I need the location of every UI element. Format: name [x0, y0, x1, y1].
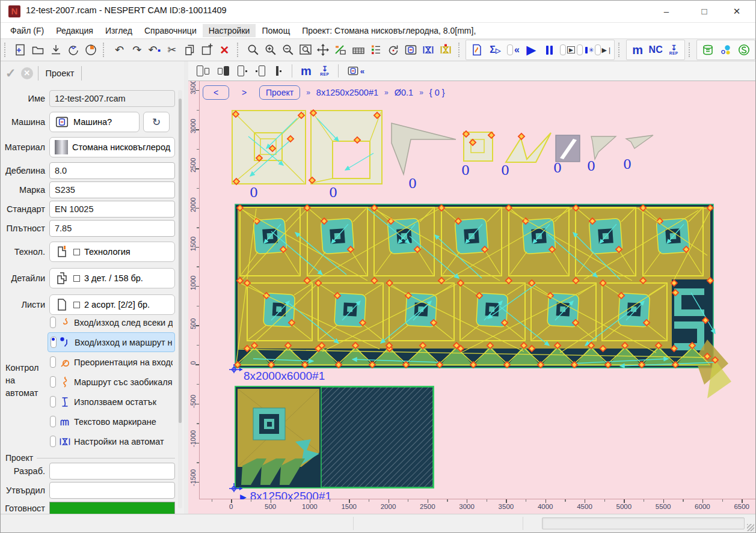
menu-item[interactable]: Изглед: [99, 24, 138, 37]
show-sheet-outline-button[interactable]: [234, 63, 251, 79]
material-button[interactable]: Стомана нисковъглерод: [49, 137, 175, 157]
machine-rewind-button[interactable]: «: [343, 63, 368, 79]
database-button[interactable]: [699, 41, 717, 58]
menu-item[interactable]: Помощ: [256, 24, 296, 37]
zoom-in-button[interactable]: [262, 41, 280, 58]
show-part-filled-button[interactable]: [214, 63, 233, 79]
rep-export-button[interactable]: ↧REP: [665, 41, 683, 58]
cancel-circle-icon[interactable]: ✕: [21, 67, 33, 79]
show-contour-button[interactable]: [270, 63, 287, 79]
play-step-button[interactable]: ▶: [558, 41, 576, 58]
reload-machine-button[interactable]: [64, 41, 82, 58]
material-disc-button[interactable]: [82, 41, 99, 58]
new-project-button[interactable]: [12, 41, 29, 58]
delete-button[interactable]: ✕: [216, 41, 233, 58]
rewind-button[interactable]: «: [504, 41, 522, 58]
toggle-icon[interactable]: [50, 376, 56, 388]
minimize-button[interactable]: –: [653, 1, 680, 22]
machine-refresh-button[interactable]: ↻: [143, 112, 170, 132]
close-button[interactable]: ✕: [723, 1, 751, 22]
toggle-icon[interactable]: [50, 396, 56, 407]
import-button[interactable]: [47, 41, 64, 58]
toolbar-grip[interactable]: [689, 43, 694, 57]
grade-field[interactable]: S235: [49, 181, 175, 198]
layer-colors-button[interactable]: [367, 41, 384, 58]
play-button[interactable]: ▶: [522, 41, 540, 58]
breadcrumb-count[interactable]: { 0 }: [429, 88, 445, 97]
tab-project[interactable]: Проект: [43, 69, 77, 78]
cut-button[interactable]: ✂: [163, 41, 180, 58]
add-sheet-button[interactable]: [198, 41, 216, 58]
toolbar-grip[interactable]: [618, 43, 624, 57]
automat-option[interactable]: Използваем остатък: [48, 392, 175, 412]
undo-button[interactable]: ↶: [111, 41, 128, 58]
copy-parts-button[interactable]: [180, 41, 198, 58]
breadcrumb-project-button[interactable]: Проект: [259, 85, 300, 100]
rep-toggle-button[interactable]: ↧REP: [316, 63, 333, 79]
automat-option[interactable]: Вход/изход и маршрут н: [48, 332, 175, 352]
menu-item[interactable]: Настройки: [203, 24, 256, 37]
apply-check-icon[interactable]: ✓: [5, 66, 16, 81]
nc-program-button[interactable]: [468, 41, 486, 58]
zoom-out-button[interactable]: [280, 41, 297, 58]
toggle-icon[interactable]: [51, 337, 57, 348]
cost-button[interactable]: [735, 41, 753, 58]
technology-button[interactable]: Технология: [49, 242, 175, 262]
density-field[interactable]: 7.85: [49, 220, 175, 237]
sheets-button[interactable]: 2 асорт. [2/2] бр.: [49, 294, 175, 315]
measure-button[interactable]: [332, 41, 349, 58]
drawing-area[interactable]: < > Проект » 8x1250x2500#1 » Ø0.1 » { 0 …: [199, 81, 755, 499]
show-sheet-filled-button[interactable]: [193, 63, 213, 79]
pan-button[interactable]: [315, 41, 332, 58]
maximize-button[interactable]: □: [690, 1, 718, 22]
menu-item[interactable]: Справочници: [138, 24, 203, 37]
redo-button[interactable]: ↷: [128, 41, 146, 58]
toolbar-grip[interactable]: [237, 43, 242, 57]
name-field[interactable]: 12-test-2007.rcam: [49, 90, 175, 107]
toolbar-grip[interactable]: [103, 43, 108, 57]
text-mark-button[interactable]: m: [628, 41, 647, 58]
menu-item[interactable]: Редакция: [50, 24, 99, 37]
breadcrumb-diameter[interactable]: Ø0.1: [395, 88, 413, 97]
text-marking-toggle-button[interactable]: m: [297, 63, 315, 79]
automat-blue-button[interactable]: [419, 41, 437, 58]
toggle-icon[interactable]: [50, 317, 56, 328]
standard-field[interactable]: EN 10025: [49, 201, 175, 218]
toggle-icon[interactable]: [50, 436, 56, 447]
automat-option[interactable]: Преориентация на входо: [48, 352, 175, 372]
panel-scrollbar[interactable]: [178, 90, 182, 508]
approver-field[interactable]: [49, 482, 175, 499]
scrollbar-thumb[interactable]: [179, 99, 182, 423]
show-part-outline-button[interactable]: [252, 63, 269, 79]
machine-view-button[interactable]: [402, 41, 419, 58]
thickness-field[interactable]: 8.0: [49, 162, 175, 179]
rotate-view-button[interactable]: [384, 41, 402, 58]
menu-item[interactable]: Файл (F): [4, 24, 50, 37]
breadcrumb-sheet[interactable]: 8x1250x2500#1: [316, 88, 378, 97]
table-view-button[interactable]: [349, 41, 367, 58]
nav-back-button[interactable]: <: [203, 85, 229, 100]
automat-option[interactable]: Вход/изход след всеки де: [48, 312, 175, 332]
developer-field[interactable]: [49, 463, 175, 480]
resize-grip[interactable]: [747, 524, 754, 531]
automat-option[interactable]: Текстово маркиране: [48, 412, 175, 431]
zoom-button[interactable]: [244, 41, 262, 58]
nc-code-button[interactable]: NC: [647, 41, 665, 58]
undo-to-marker-button[interactable]: ↶▪: [146, 41, 163, 58]
nav-forward-button[interactable]: >: [235, 87, 253, 98]
toolbar-grip[interactable]: [458, 43, 464, 57]
menu-item[interactable]: Проект: Стомана нисковъглеродна, 8.0[mm]…: [296, 24, 482, 37]
sheet-8x1250x2500[interactable]: [235, 386, 434, 488]
pause-button[interactable]: [540, 41, 558, 58]
toolbar-grip[interactable]: [4, 43, 10, 57]
open-file-button[interactable]: [29, 41, 47, 58]
play-to-end-button[interactable]: ▶❘: [594, 41, 612, 58]
toggle-icon[interactable]: [50, 416, 56, 427]
nesting-canvas[interactable]: 3500300025002000150010005000-500-1000-15…: [188, 81, 755, 514]
sheet2-label[interactable]: ▶8x1250x2500#1: [240, 490, 331, 499]
pause-at-point-button[interactable]: ✳: [576, 41, 594, 58]
automat-active-button[interactable]: [437, 41, 455, 58]
machine-button[interactable]: Машина?: [49, 112, 140, 132]
nesting-button[interactable]: [717, 41, 735, 58]
sheet1-label[interactable]: 8x2000x6000#1: [244, 370, 325, 383]
